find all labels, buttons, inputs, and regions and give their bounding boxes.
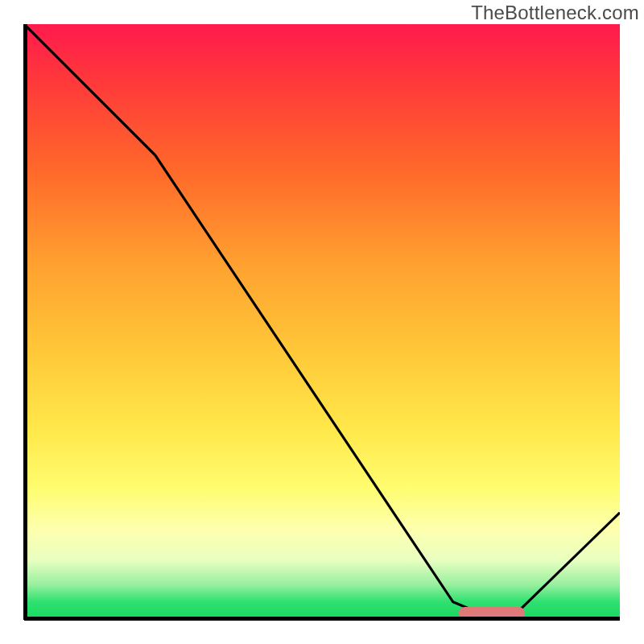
watermark-text: TheBottleneck.com [471,2,639,24]
bottleneck-chart: TheBottleneck.com [0,0,644,644]
bottleneck-curve-path [24,24,620,617]
x-axis [24,617,620,621]
curve-layer [24,24,620,620]
y-axis [23,24,27,620]
